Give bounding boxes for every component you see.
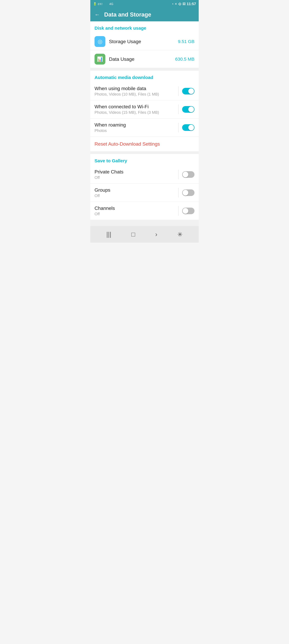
data-usage-item[interactable]: 📊 Data Usage 630.5 MB [90, 50, 199, 68]
data-icon: 📊 [95, 54, 105, 64]
status-x-icon: ✕ [175, 2, 177, 6]
disk-network-header: Disk and network usage [90, 21, 199, 33]
disk-network-group: ◎ Storage Usage 9.51 GB 📊 Data Usage 630… [90, 33, 199, 68]
private-chats-item: Private Chats Off [90, 166, 199, 184]
roaming-toggle[interactable] [182, 124, 194, 131]
mobile-data-toggle-thumb [188, 88, 194, 94]
roaming-item: When roaming Photos [90, 118, 199, 137]
roaming-text: When roaming Photos [95, 122, 175, 133]
wifi-toggle-thumb [188, 106, 194, 112]
private-chats-toggle[interactable] [182, 171, 194, 178]
wifi-toggle[interactable] [182, 106, 194, 113]
toggle-divider-5 [178, 188, 178, 198]
mobile-data-text: When using mobile data Photos, Videos (1… [95, 86, 175, 96]
private-chats-text: Private Chats Off [95, 169, 175, 180]
private-chats-sub: Off [95, 175, 175, 180]
channels-toggle-thumb [183, 208, 188, 214]
channels-text: Channels Off [95, 206, 175, 216]
auto-download-header: Automatic media download [90, 71, 199, 82]
roaming-label: When roaming [95, 122, 175, 128]
groups-sub: Off [95, 194, 175, 198]
nav-menu-icon[interactable]: ||| [106, 231, 111, 238]
groups-toggle[interactable] [182, 190, 194, 196]
wifi-label: When connected to Wi-Fi [95, 104, 175, 110]
separator-3 [90, 220, 199, 226]
private-chats-toggle-thumb [183, 172, 188, 177]
roaming-toggle-thumb [188, 125, 194, 130]
disk-network-section: Disk and network usage ◎ Storage Usage 9… [90, 21, 199, 68]
groups-text: Groups Off [95, 187, 175, 198]
data-usage-text: Data Usage [109, 56, 173, 62]
status-dot: • [172, 2, 173, 6]
mobile-data-label: When using mobile data [95, 86, 175, 91]
back-button[interactable]: ← [95, 12, 100, 18]
storage-icon-symbol: ◎ [98, 38, 102, 45]
wifi-text: When connected to Wi-Fi Photos, Videos (… [95, 104, 175, 115]
channels-toggle[interactable] [182, 208, 194, 214]
status-left-text: 🔋 ٤٧٪ ‎ ‎ ‎ ‎ ‎ ‎ ‎ 4G [93, 2, 113, 6]
groups-toggle-thumb [183, 190, 188, 196]
mobile-data-toggle[interactable] [182, 88, 194, 94]
page-title: Data and Storage [104, 12, 151, 18]
status-left: 🔋 ٤٧٪ ‎ ‎ ‎ ‎ ‎ ‎ ‎ 4G [93, 2, 113, 6]
storage-usage-value: 9.51 GB [178, 39, 194, 44]
save-to-gallery-header: Save to Gallery [90, 154, 199, 166]
mobile-data-item: When using mobile data Photos, Videos (1… [90, 82, 199, 100]
separator-1 [90, 68, 199, 71]
status-right: • ✕ ⏻ 🖼 11:57 [172, 2, 196, 6]
reset-auto-download[interactable]: Reset Auto-Download Settings [90, 137, 199, 151]
private-chats-label: Private Chats [95, 169, 175, 175]
nav-home-icon[interactable]: □ [131, 231, 135, 238]
auto-download-section: Automatic media download When using mobi… [90, 71, 199, 151]
wifi-sub: Photos, Videos (15 MB), Files (3 MB) [95, 110, 175, 115]
header: ← Data and Storage [90, 8, 199, 21]
storage-usage-text: Storage Usage [109, 39, 175, 44]
groups-label: Groups [95, 187, 175, 193]
channels-sub: Off [95, 212, 175, 216]
storage-icon: ◎ [95, 36, 105, 47]
toggle-divider-1 [178, 86, 178, 96]
wifi-item: When connected to Wi-Fi Photos, Videos (… [90, 100, 199, 118]
data-usage-value: 630.5 MB [175, 56, 194, 62]
nav-bar: ||| □ › ✳ [90, 226, 199, 243]
toggle-divider-3 [178, 123, 178, 132]
mobile-data-sub: Photos, Videos (10 MB), Files (1 MB) [95, 92, 175, 96]
channels-label: Channels [95, 206, 175, 211]
separator-2 [90, 151, 199, 154]
status-time: 11:57 [187, 2, 196, 6]
roaming-sub: Photos [95, 128, 175, 133]
toggle-divider-2 [178, 104, 178, 114]
save-to-gallery-group: Private Chats Off Groups Off Channels Of [90, 166, 199, 220]
auto-download-group: When using mobile data Photos, Videos (1… [90, 82, 199, 137]
status-bar: 🔋 ٤٧٪ ‎ ‎ ‎ ‎ ‎ ‎ ‎ 4G • ✕ ⏻ 🖼 11:57 [90, 0, 199, 8]
toggle-divider-6 [178, 206, 178, 216]
data-usage-label: Data Usage [109, 56, 173, 62]
groups-item: Groups Off [90, 184, 199, 202]
data-icon-symbol: 📊 [97, 56, 103, 62]
status-power-icon: ⏻ [178, 2, 181, 6]
status-image-icon: 🖼 [183, 2, 186, 6]
nav-back-icon[interactable]: › [155, 231, 157, 238]
save-to-gallery-section: Save to Gallery Private Chats Off Groups… [90, 154, 199, 220]
nav-apps-icon[interactable]: ✳ [177, 231, 183, 238]
storage-usage-item[interactable]: ◎ Storage Usage 9.51 GB [90, 33, 199, 50]
toggle-divider-4 [178, 170, 178, 179]
channels-item: Channels Off [90, 202, 199, 220]
storage-usage-label: Storage Usage [109, 39, 175, 44]
